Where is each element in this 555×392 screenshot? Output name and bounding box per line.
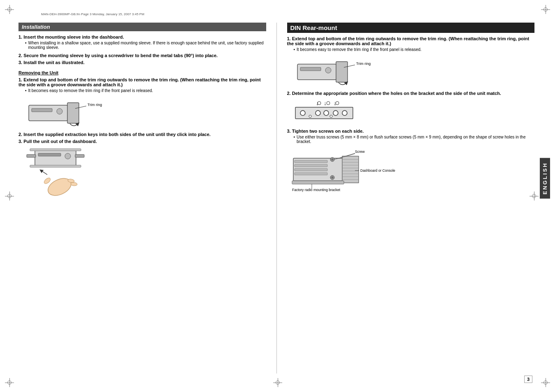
reg-mark-bc: [273, 378, 282, 387]
left-step-1-text: Insert the mounting sleeve into the dash…: [23, 35, 124, 39]
right-step-1: 1. Extend top and bottom of the trim rin…: [287, 36, 535, 52]
svg-rect-41: [295, 164, 327, 167]
reg-mark-br: [541, 378, 550, 387]
right-step-3-num: 3.: [287, 129, 291, 134]
svg-rect-40: [295, 160, 327, 163]
reg-mark-tl: [5, 5, 14, 14]
svg-rect-62: [292, 181, 344, 184]
removing-step-1-num: 1.: [18, 77, 22, 82]
svg-point-27: [333, 111, 338, 115]
right-step-1-text: Extend top and bottom of the trim ring o…: [287, 36, 530, 46]
svg-point-2: [57, 108, 62, 114]
left-step-2-text: Secure the mounting sleeve by using a sc…: [23, 53, 218, 58]
removing-step-2-num: 2.: [18, 132, 22, 137]
left-step-3-text: Install the unit as illustrated.: [23, 60, 85, 65]
trim-ring-diagram-left: Trim ring: [27, 97, 109, 130]
svg-rect-12: [30, 165, 81, 167]
removing-step-2: 2. Insert the supplied extraction keys i…: [18, 132, 266, 137]
svg-rect-18: [300, 67, 321, 71]
right-step-1-bullet: • It becomes easy to remove the trim rin…: [294, 47, 535, 52]
left-step-1: 1. Insert the mounting sleeve into the d…: [18, 35, 266, 51]
left-step-3-num: 3.: [18, 60, 22, 65]
svg-point-24: [300, 111, 305, 115]
svg-point-28: [342, 111, 347, 115]
removing-step-1: 1. Extend top and bottom of the trim rin…: [18, 77, 266, 93]
removing-step-2-text: Insert the supplied extraction keys into…: [23, 132, 210, 137]
svg-rect-43: [295, 173, 327, 175]
trim-ring-svg-left: Trim ring: [27, 97, 105, 129]
screw-svg: Screw: [291, 148, 396, 205]
svg-rect-11: [30, 149, 81, 151]
main-content: Installation 1. Insert the mounting slee…: [18, 23, 534, 374]
svg-text:Trim ring: Trim ring: [88, 103, 102, 107]
bracket-diagram: ↓ ↓ ↓: [291, 100, 373, 127]
right-step-3-text: Tighten two screws on each side.: [292, 129, 364, 134]
language-tab: ENGLISH: [540, 158, 550, 199]
page-number: 3: [524, 376, 532, 383]
svg-point-35: [327, 101, 330, 105]
column-divider: [276, 23, 277, 374]
reg-mark-bl: [5, 378, 14, 387]
left-step-2: 2. Secure the mounting sleeve by using a…: [18, 53, 266, 58]
bracket-svg: ↓ ↓ ↓: [291, 100, 369, 125]
file-info: MAN-DEH-3900MP-GB.fm Page 3 Monday, Janu…: [41, 12, 144, 16]
svg-point-19: [325, 67, 331, 73]
left-step-3: 3. Install the unit as illustrated.: [18, 60, 266, 65]
svg-rect-1: [32, 108, 52, 112]
svg-text:Dashboard or Console: Dashboard or Console: [360, 168, 395, 173]
left-step-1-bullet: When installing in a shallow space, use …: [25, 41, 266, 50]
trim-ring-diagram-right: Trim ring: [295, 56, 378, 89]
left-step-2-num: 2.: [18, 53, 22, 58]
trim-ring-svg-right: Trim ring: [295, 56, 373, 88]
removing-step-1-text: Extend top and bottom of the trim ring o…: [18, 77, 261, 87]
right-column: DIN Rear-mount 1. Extend top and bottom …: [287, 23, 535, 374]
svg-text:Screw: Screw: [355, 150, 365, 154]
svg-text:Trim ring: Trim ring: [356, 62, 371, 66]
svg-rect-3: [67, 103, 79, 123]
right-step-1-num: 1.: [287, 36, 291, 41]
removing-step-3-num: 3.: [18, 139, 22, 144]
svg-rect-20: [336, 62, 348, 82]
reg-mark-ml: [5, 191, 14, 201]
svg-text:↓: ↓: [334, 100, 336, 106]
reg-mark-tr: [541, 5, 550, 14]
right-step-3-bullet: • Use either truss screws (5 mm × 8 mm) …: [294, 135, 535, 144]
right-step-3: 3. Tighten two screws on each side. • Us…: [287, 129, 535, 144]
removing-unit-header: Removing the Unit: [18, 70, 266, 75]
svg-text:↓: ↓: [324, 100, 327, 106]
svg-point-14: [43, 177, 51, 184]
left-step-1-num: 1.: [18, 35, 22, 39]
right-step-2-num: 2.: [287, 91, 291, 96]
right-step-2-text: Determine the appropriate position where…: [292, 91, 501, 96]
svg-rect-7: [38, 153, 61, 156]
left-column: Installation 1. Insert the mounting slee…: [18, 23, 266, 374]
din-header: DIN Rear-mount: [287, 23, 535, 33]
installation-header: Installation: [18, 23, 266, 31]
removing-step-3: 3. Pull the unit out of the dashboard.: [18, 139, 266, 144]
svg-rect-9: [27, 154, 36, 157]
extraction-diagram: [23, 148, 125, 201]
svg-point-29: [309, 115, 311, 118]
removing-step-1-bullet: • It becomes easy to remove the trim rin…: [25, 88, 266, 93]
right-step-2: 2. Determine the appropriate position wh…: [287, 91, 535, 96]
screw-diagram: Screw: [291, 148, 398, 208]
removing-step-3-text: Pull the unit out of the dashboard.: [23, 139, 97, 144]
svg-rect-42: [295, 168, 327, 171]
svg-point-26: [324, 111, 329, 115]
svg-point-30: [330, 115, 332, 118]
svg-point-25: [315, 111, 320, 115]
extraction-svg: [23, 148, 121, 199]
svg-rect-10: [75, 154, 84, 157]
svg-point-8: [65, 153, 71, 159]
svg-text:Factory radio mounting bracket: Factory radio mounting bracket: [292, 188, 341, 192]
svg-point-16: [71, 182, 78, 186]
svg-rect-44: [342, 156, 359, 183]
